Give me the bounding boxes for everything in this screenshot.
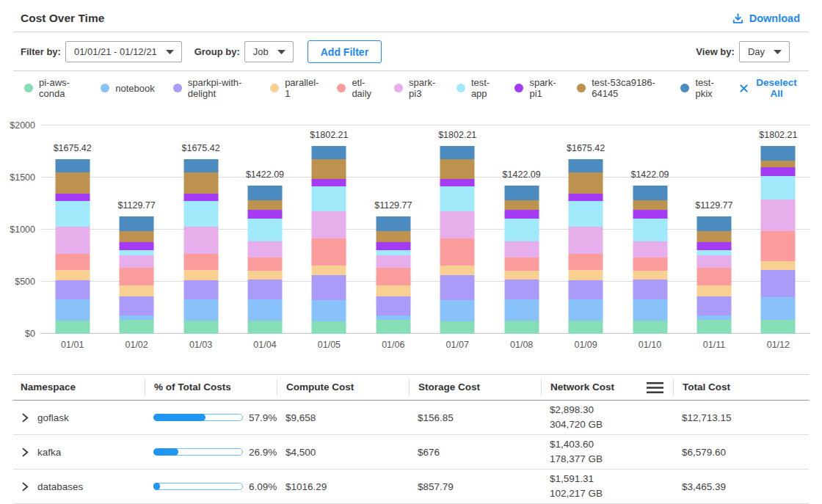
bar-segment-sparkpi-with-delight[interactable]	[633, 280, 667, 299]
bar-segment-notebook[interactable]	[55, 299, 90, 321]
stacked-bar-01/09[interactable]: $1675.42	[553, 125, 617, 334]
bar-segment-sparkpi-with-delight[interactable]	[55, 280, 90, 299]
bar-segment-test-pkix[interactable]	[183, 159, 218, 172]
column-header-network[interactable]: Network Cost	[541, 379, 673, 395]
bar-segment-spark-pi3[interactable]	[761, 200, 796, 231]
bar-segment-spark-pi1[interactable]	[504, 210, 539, 219]
stacked-bar-01/03[interactable]: $1675.42	[169, 125, 233, 334]
bar-segment-sparkpi-with-delight[interactable]	[312, 275, 346, 300]
bar-segment-spark-pi1[interactable]	[440, 179, 475, 186]
download-button[interactable]: Download	[732, 12, 800, 25]
bar-segment-test-pkix[interactable]	[312, 146, 346, 159]
add-filter-button[interactable]: Add Filter	[308, 40, 382, 63]
bar-segment-spark-pi3[interactable]	[633, 241, 667, 257]
bar-segment-etl-daily[interactable]	[183, 254, 218, 270]
bar-segment-test-pkix[interactable]	[440, 146, 475, 159]
bar-segment-parallel-1[interactable]	[183, 270, 218, 280]
stacked-bar-01/06[interactable]: $1129.77	[361, 125, 425, 334]
legend-item-test-53ca9186-64145[interactable]: test-53ca9186-64145	[577, 77, 662, 99]
bar-segment-etl-daily[interactable]	[376, 268, 410, 285]
expand-chevron-right-icon[interactable]	[21, 413, 29, 423]
deselect-all-button[interactable]: Deselect All	[740, 77, 800, 99]
legend-item-spark-pi1[interactable]: spark-pi1	[514, 77, 559, 99]
bar-segment-parallel-1[interactable]	[312, 266, 346, 275]
group-by-dropdown[interactable]: Job	[244, 41, 294, 62]
bar-segment-pi-aws-conda[interactable]	[376, 320, 410, 334]
bar-segment-test-53ca9186-64145[interactable]	[696, 231, 731, 242]
bar-segment-test-pkix[interactable]	[696, 216, 731, 232]
bar-segment-spark-pi1[interactable]	[569, 194, 603, 201]
bar-segment-sparkpi-with-delight[interactable]	[183, 280, 218, 299]
bar-segment-test-app[interactable]	[633, 219, 667, 242]
bar-segment-sparkpi-with-delight[interactable]	[120, 296, 154, 315]
bar-segment-pi-aws-conda[interactable]	[183, 321, 218, 334]
bar-segment-spark-pi3[interactable]	[569, 227, 603, 254]
bar-segment-spark-pi1[interactable]	[761, 167, 796, 176]
bar-segment-test-53ca9186-64145[interactable]	[633, 200, 667, 210]
bar-segment-spark-pi3[interactable]	[120, 255, 154, 267]
legend-item-notebook[interactable]: notebook	[101, 83, 155, 94]
bar-segment-parallel-1[interactable]	[376, 285, 410, 296]
bar-segment-spark-pi1[interactable]	[633, 210, 667, 219]
bar-segment-parallel-1[interactable]	[247, 271, 282, 280]
bar-segment-spark-pi1[interactable]	[120, 242, 154, 249]
bar-segment-parallel-1[interactable]	[696, 285, 731, 296]
expand-chevron-right-icon[interactable]	[21, 448, 29, 457]
stacked-bar-01/04[interactable]: $1422.09	[233, 125, 297, 334]
bar-segment-parallel-1[interactable]	[569, 270, 603, 280]
bar-segment-test-app[interactable]	[312, 186, 346, 211]
bar-segment-spark-pi3[interactable]	[55, 227, 90, 254]
bar-segment-test-53ca9186-64145[interactable]	[120, 231, 154, 242]
bar-segment-test-pkix[interactable]	[633, 186, 667, 200]
bar-segment-etl-daily[interactable]	[696, 268, 731, 285]
bar-segment-test-pkix[interactable]	[761, 146, 796, 160]
bar-segment-test-app[interactable]	[440, 186, 475, 211]
legend-item-parallel-1[interactable]: parallel-1	[270, 77, 319, 99]
bar-segment-notebook[interactable]	[247, 299, 282, 321]
bar-segment-test-53ca9186-64145[interactable]	[55, 172, 90, 194]
bar-segment-test-app[interactable]	[247, 219, 282, 242]
bar-segment-pi-aws-conda[interactable]	[312, 321, 346, 334]
bar-segment-notebook[interactable]	[183, 299, 218, 321]
bar-segment-etl-daily[interactable]	[440, 238, 475, 266]
bar-segment-spark-pi3[interactable]	[247, 241, 282, 257]
table-row-kafka[interactable]: kafka 26.9% $4,500 $676 $1,403.60 178,37…	[13, 435, 809, 470]
bar-segment-test-53ca9186-64145[interactable]	[569, 172, 603, 194]
bar-segment-parallel-1[interactable]	[761, 261, 796, 270]
bar-segment-spark-pi1[interactable]	[696, 242, 731, 249]
bar-segment-test-app[interactable]	[55, 201, 90, 227]
bar-segment-pi-aws-conda[interactable]	[247, 321, 282, 334]
table-row-databases[interactable]: databases 6.09% $1016.29 $857.79 $1,591.…	[13, 470, 809, 504]
table-row-goflask[interactable]: goflask 57.9% $9,658 $156.85 $2,898.30 3…	[13, 401, 809, 435]
legend-item-pi-aws-conda[interactable]: pi-aws-conda	[24, 77, 82, 99]
bar-segment-parallel-1[interactable]	[504, 271, 539, 280]
bar-segment-parallel-1[interactable]	[55, 270, 90, 280]
legend-item-sparkpi-with-delight[interactable]: sparkpi-with-delight	[173, 77, 252, 99]
bar-segment-notebook[interactable]	[633, 299, 667, 321]
bar-segment-test-app[interactable]	[761, 176, 796, 200]
bar-segment-pi-aws-conda[interactable]	[696, 320, 731, 334]
bar-segment-test-pkix[interactable]	[504, 186, 539, 200]
bar-segment-spark-pi1[interactable]	[55, 194, 90, 201]
bar-segment-etl-daily[interactable]	[312, 238, 346, 266]
bar-segment-spark-pi1[interactable]	[312, 179, 346, 186]
stacked-bar-01/12[interactable]: $1802.21	[746, 125, 810, 334]
column-header-storage[interactable]: Storage Cost	[409, 379, 541, 395]
bar-segment-test-pkix[interactable]	[376, 216, 410, 232]
bar-segment-pi-aws-conda[interactable]	[55, 321, 90, 334]
stacked-bar-01/11[interactable]: $1129.77	[682, 125, 746, 334]
date-range-dropdown[interactable]: 01/01/21 - 01/12/21	[65, 41, 182, 62]
bar-segment-pi-aws-conda[interactable]	[120, 320, 154, 334]
bar-segment-notebook[interactable]	[569, 299, 603, 321]
bar-segment-test-pkix[interactable]	[120, 216, 154, 232]
stacked-bar-01/02[interactable]: $1129.77	[104, 125, 168, 334]
view-by-dropdown[interactable]: Day	[739, 41, 790, 62]
bar-segment-pi-aws-conda[interactable]	[440, 321, 475, 334]
bar-segment-test-53ca9186-64145[interactable]	[761, 161, 796, 167]
expand-chevron-right-icon[interactable]	[21, 482, 29, 492]
column-header-namespace[interactable]: Namespace	[13, 379, 145, 395]
column-header-total[interactable]: Total Cost	[673, 379, 809, 395]
bar-segment-test-53ca9186-64145[interactable]	[312, 159, 346, 179]
bar-segment-pi-aws-conda[interactable]	[504, 321, 539, 334]
bar-segment-etl-daily[interactable]	[55, 254, 90, 270]
